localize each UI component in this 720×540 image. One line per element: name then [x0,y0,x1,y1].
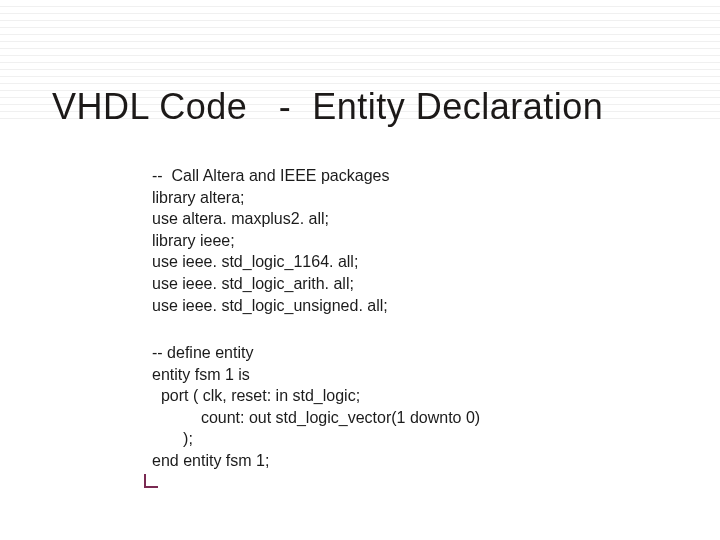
slide-title: VHDL Code - Entity Declaration [52,86,603,128]
vhdl-entity-block: -- define entity entity fsm 1 is port ( … [152,342,480,472]
vhdl-libraries-block: -- Call Altera and IEEE packages library… [152,165,389,316]
corner-accent-icon [144,474,158,488]
